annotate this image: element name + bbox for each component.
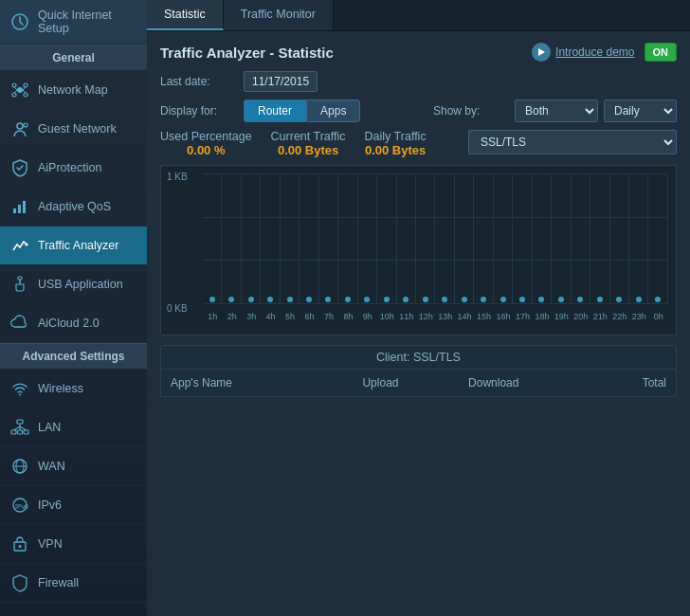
sidebar-item-label: LAN <box>38 421 61 434</box>
chart-y-bottom-label: 0 KB <box>167 303 188 314</box>
aicloud-icon <box>9 313 30 334</box>
sidebar-item-guest-network[interactable]: Guest Network <box>0 110 147 149</box>
th-download: Download <box>459 370 592 397</box>
ssl-dropdown-container: SSL/TLS HTTP HTTPS FTP <box>468 130 677 154</box>
tab-traffic-monitor[interactable]: Traffic Monitor <box>224 0 334 30</box>
play-icon <box>532 43 551 62</box>
sidebar-item-administration[interactable]: Administration <box>0 603 147 616</box>
chart-dot <box>577 297 583 302</box>
sidebar-item-label: IPv6 <box>38 498 62 512</box>
chart-x-label: 20h <box>572 312 590 321</box>
svg-point-11 <box>24 123 27 127</box>
chart-bar-col <box>494 173 513 304</box>
last-date-value: 11/17/2015 <box>244 71 318 92</box>
display-for-label: Display for: <box>160 104 236 118</box>
show-by-select[interactable]: Both Upload Download <box>515 100 598 122</box>
sidebar-item-quick-internet-setup[interactable]: Quick Internet Setup <box>0 0 147 45</box>
chart-x-labels: 1h2h3h4h5h6h7h8h9h10h11h12h13h14h15h16h1… <box>203 306 668 327</box>
chart-dot <box>209 297 215 302</box>
used-percentage-value: 0.00 % <box>187 143 225 157</box>
sidebar-item-wireless[interactable]: Wireless <box>0 370 147 408</box>
sidebar-item-label: Guest Network <box>38 122 117 136</box>
svg-rect-20 <box>11 430 16 434</box>
ssl-tls-select[interactable]: SSL/TLS HTTP HTTPS FTP <box>468 130 677 154</box>
sidebar-item-aicloud[interactable]: AiCloud 2.0 <box>0 304 147 343</box>
svg-point-3 <box>24 83 27 87</box>
sidebar-item-label: AiProtection <box>38 161 101 174</box>
svg-point-15 <box>26 244 28 246</box>
sidebar-item-usb-application[interactable]: USB Application <box>0 265 147 304</box>
aiprotection-icon <box>9 157 30 178</box>
chart-bar-col <box>300 173 318 304</box>
svg-point-10 <box>17 123 23 129</box>
daily-traffic-stat: Daily Traffic 0.00 Bytes <box>365 130 427 157</box>
chart-bar-col <box>203 173 222 304</box>
sidebar-item-label: Quick Internet Setup <box>38 9 137 35</box>
wan-icon <box>9 456 30 477</box>
chart-bar-col <box>648 173 667 304</box>
sidebar-item-network-map[interactable]: Network Map <box>0 71 147 110</box>
sidebar-item-adaptive-qos[interactable]: Adaptive QoS <box>0 188 147 226</box>
sidebar-item-label: Firewall <box>38 576 79 589</box>
client-header: Client: SSL/TLS <box>160 345 677 370</box>
chart-dot <box>636 297 642 302</box>
svg-point-1 <box>17 87 23 93</box>
sidebar-item-wan[interactable]: WAN <box>0 447 147 486</box>
traffic-chart: 1 KB 0 KB 1h2h3h4h5h6h7h8h9h10h11h12h13h… <box>160 165 677 335</box>
advanced-section-header: Advanced Settings <box>0 343 147 370</box>
sidebar-item-firewall[interactable]: Firewall <box>0 564 147 603</box>
chart-bar-col <box>222 173 241 304</box>
toggle-button[interactable]: ON <box>645 43 678 62</box>
svg-rect-19 <box>17 420 23 424</box>
chart-bar-col <box>629 173 648 304</box>
th-total: Total <box>592 370 676 397</box>
daily-traffic-label: Daily Traffic <box>365 130 427 143</box>
chart-x-label: 21h <box>590 312 609 321</box>
sidebar-item-vpn[interactable]: VPN <box>0 525 147 564</box>
data-table: App's Name Upload Download Total <box>160 370 677 397</box>
period-select[interactable]: Daily Weekly Monthly <box>604 100 677 122</box>
sidebar-item-aiprotection[interactable]: AiProtection <box>0 149 147 188</box>
chart-bar-col <box>416 173 435 304</box>
introduce-demo-button[interactable]: Introduce demo <box>532 43 634 62</box>
svg-rect-21 <box>24 430 28 434</box>
sidebar-item-lan[interactable]: LAN <box>0 408 147 447</box>
chart-bar-col <box>377 173 396 304</box>
sidebar-item-label: Network Map <box>38 83 108 97</box>
chart-x-label: 1h <box>203 312 222 321</box>
chart-x-label: 10h <box>377 312 396 321</box>
chart-dot <box>287 297 293 302</box>
svg-point-5 <box>24 93 27 97</box>
quick-setup-icon <box>9 11 30 32</box>
table-header-row: App's Name Upload Download Total <box>161 370 677 397</box>
svg-point-2 <box>12 83 16 87</box>
chart-dot <box>325 297 331 302</box>
network-map-icon <box>9 80 30 100</box>
apps-button[interactable]: Apps <box>306 100 360 122</box>
current-traffic-label: Current Traffic <box>271 130 346 143</box>
last-date-label: Last date: <box>160 75 236 88</box>
svg-line-7 <box>23 87 26 90</box>
show-by-group: Show by: Both Upload Download Daily Week… <box>433 100 677 122</box>
guest-network-icon <box>9 118 30 139</box>
chart-bar-col <box>435 173 454 304</box>
chart-x-label: 0h <box>648 312 667 321</box>
sidebar-item-ipv6[interactable]: IPv6 IPv6 <box>0 486 147 525</box>
chart-bars <box>203 173 668 304</box>
chart-bar-col <box>358 173 377 304</box>
sidebar-item-traffic-analyzer[interactable]: Traffic Analyzer <box>0 226 147 265</box>
th-spacer <box>317 370 353 397</box>
chart-x-label: 6h <box>300 312 318 321</box>
main-content: Statistic Traffic Monitor Traffic Analyz… <box>147 0 690 616</box>
stats-row: Used Percentage 0.00 % Current Traffic 0… <box>160 130 677 157</box>
administration-icon <box>9 611 30 616</box>
router-button[interactable]: Router <box>244 100 306 122</box>
chart-x-label: 3h <box>242 312 261 321</box>
svg-rect-14 <box>23 201 26 213</box>
chart-bar-col <box>319 173 338 304</box>
chart-bar-col <box>338 173 357 304</box>
svg-line-9 <box>23 90 26 93</box>
tab-statistic[interactable]: Statistic <box>147 0 224 30</box>
chart-dot <box>655 297 661 302</box>
chart-x-label: 22h <box>610 312 629 321</box>
